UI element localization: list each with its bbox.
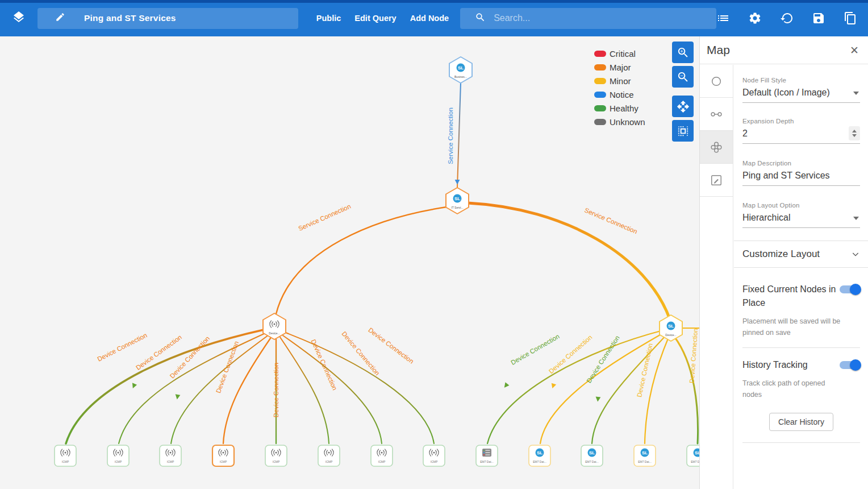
history-icon[interactable] (780, 11, 794, 25)
node-style-tab[interactable] (700, 65, 733, 98)
chevron-down-icon (853, 92, 859, 95)
leaf-icmp-7[interactable]: ICMP (371, 445, 393, 466)
leaf-icmp-3[interactable]: ICMP (160, 445, 181, 466)
leaf-icmp-4[interactable]: ICMP (212, 445, 234, 466)
topbar-right-icons (716, 11, 868, 25)
copy-icon[interactable] (844, 11, 857, 25)
edge-arrow-icon (131, 383, 137, 389)
legend-item: Major (594, 60, 645, 74)
list-icon[interactable] (716, 11, 730, 25)
chevron-down-icon (851, 250, 860, 259)
zoom-in-icon (677, 46, 690, 59)
map-description-value: Ping and ST Services (742, 171, 830, 180)
edge-label: Service Connection (297, 203, 352, 233)
search-input[interactable] (494, 13, 704, 23)
divider (742, 347, 860, 348)
panel-fields: Node Fill Style Default (Icon / Image) E… (734, 65, 868, 489)
map-canvas[interactable]: Service ConnectionService ConnectionServ… (0, 36, 699, 489)
map-title-chip[interactable]: Ping and ST Services (37, 8, 298, 29)
edge-label: Device Connection (215, 340, 240, 394)
node-label: ICMP (220, 460, 227, 463)
fixed-nodes-description: Placement will be saved will be pinned o… (742, 316, 842, 338)
customize-layout-label: Customize Layout (742, 248, 820, 260)
graph-edge[interactable] (592, 335, 666, 444)
map-zoom-controls (672, 42, 694, 144)
leaf-icmp-2[interactable]: ICMP (107, 445, 129, 466)
it-service-node[interactable]: SLIT Servi... (446, 188, 469, 214)
pan-button[interactable] (672, 96, 694, 117)
leaf-icmp-1[interactable]: ICMP (55, 445, 76, 466)
graph-edge[interactable] (276, 206, 450, 314)
layers-icon[interactable] (12, 10, 26, 26)
zoom-out-button[interactable] (672, 66, 694, 88)
leaf-em7-2[interactable]: SLEM7 Dat... (529, 445, 550, 466)
topbar-nav: Public Edit Query Add Node (310, 8, 456, 28)
graph-edge[interactable] (540, 333, 663, 444)
leaf-icmp-5[interactable]: ICMP (265, 445, 287, 466)
leaf-icmp-8[interactable]: ICMP (423, 445, 445, 466)
number-stepper[interactable] (849, 126, 860, 140)
node-label: ICMP (378, 460, 386, 463)
map-description-input[interactable]: Ping and ST Services (742, 167, 860, 186)
search-chip[interactable] (460, 8, 716, 29)
device-group-right[interactable]: SLDevice... (660, 315, 682, 341)
topbar: Ping and ST Services Public Edit Query A… (0, 0, 868, 36)
pan-icon (677, 100, 690, 113)
select-all-icon (677, 125, 690, 138)
expansion-depth-input[interactable]: 2 (742, 125, 860, 144)
node-fill-style-value: Default (Icon / Image) (742, 88, 830, 97)
edit-tab[interactable] (700, 164, 733, 197)
panel-tab-rail (700, 65, 733, 489)
save-icon[interactable] (812, 11, 825, 25)
pencil-square-icon (710, 174, 723, 187)
edit-icon[interactable] (37, 12, 65, 24)
layout-tab[interactable] (700, 131, 733, 164)
gear-icon[interactable] (748, 11, 762, 25)
public-button[interactable]: Public (310, 8, 348, 28)
legend-label: Minor (610, 76, 631, 86)
add-node-button[interactable]: Add Node (403, 8, 456, 28)
business-service-node[interactable]: SLBusines... (449, 57, 472, 83)
legend-label: Notice (610, 90, 634, 100)
leaf-em7-5[interactable]: SLEM7 Dat... (687, 445, 699, 466)
map-layout-option-select[interactable]: Hierarchical (742, 209, 860, 228)
legend-item: Unknown (594, 115, 645, 129)
close-icon[interactable]: ✕ (850, 44, 859, 57)
fixed-nodes-toggle[interactable] (840, 285, 860, 293)
chevron-down-icon (853, 217, 859, 220)
edit-query-button[interactable]: Edit Query (348, 8, 403, 28)
svg-text:SL: SL (537, 450, 542, 455)
leaf-icmp-6[interactable]: ICMP (318, 445, 340, 466)
edge-style-tab[interactable] (700, 98, 733, 131)
node-fill-style-select[interactable]: Default (Icon / Image) (742, 84, 860, 103)
legend-item: Minor (594, 74, 645, 88)
zoom-out-icon (677, 71, 690, 84)
map-title: Ping and ST Services (84, 13, 176, 23)
leaf-em7-3[interactable]: SLEM7 Dat... (581, 445, 603, 466)
edge-arrow-icon (502, 382, 509, 389)
graph-edge[interactable] (468, 203, 670, 319)
legend-item: Notice (594, 88, 645, 101)
svg-text:SL: SL (589, 450, 595, 455)
leaf-em7-1[interactable]: EM7 Dat... (476, 445, 498, 466)
clear-history-button[interactable]: Clear History (769, 413, 833, 431)
expansion-depth-value: 2 (742, 129, 748, 138)
customize-layout-section[interactable]: Customize Layout (734, 241, 868, 268)
leaf-em7-4[interactable]: SLEM7 Dat... (634, 445, 656, 466)
device-group-left[interactable]: Device... (263, 313, 286, 339)
edge-arrow-icon (595, 397, 601, 402)
node-label: Busines... (454, 75, 467, 78)
severity-legend: CriticalMajorMinorNoticeHealthyUnknown (594, 47, 645, 129)
legend-swatch (594, 51, 606, 57)
node-label: EM7 Dat... (480, 460, 494, 463)
map-settings-panel: Map ✕ Node Fill Style Default ( (699, 36, 868, 489)
zoom-in-button[interactable] (672, 42, 694, 63)
graph-edge[interactable] (457, 82, 461, 187)
history-tracking-toggle[interactable] (840, 361, 860, 369)
legend-label: Healthy (610, 103, 639, 113)
link-nodes-icon (710, 108, 723, 121)
node-label: EM7 Dat... (533, 460, 546, 463)
fit-selection-button[interactable] (672, 120, 694, 142)
edge-label: Device Connection (688, 328, 699, 383)
edge-arrow-icon (455, 180, 460, 185)
